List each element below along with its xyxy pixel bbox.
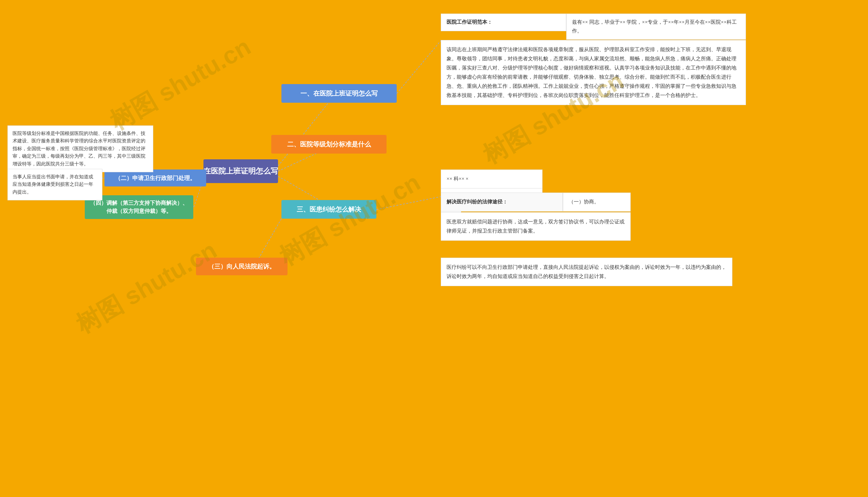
sub-node-3: （三）向人民法院起诉。 (196, 258, 287, 275)
watermark-4: 树图 shutu.cn (70, 234, 223, 341)
branch-node-1: 一、在医院上班证明怎么写 (281, 84, 397, 103)
dispute-sub1-box: （一）协商。 (563, 193, 631, 212)
branch-node-2: 二、医院等级划分标准是什么 (271, 135, 386, 154)
central-node: 在医院上班证明怎么写 (203, 159, 278, 183)
svg-line-11 (376, 197, 441, 210)
main-text-box: 该同志在上班期间严格遵守法律法规和医院各项规章制度，服从医院、护理部及科室工作安… (441, 40, 746, 105)
cert-header-box: 医院工作证明范本： (441, 14, 566, 31)
svg-line-0 (278, 94, 336, 166)
svg-line-10 (397, 41, 441, 94)
petition-content: 当事人应当提出书面申请，并在知道或应当知道身体健康受到损害之日起一年内提出。 (8, 169, 102, 200)
dept-label-box: ×× 科×× × (441, 170, 542, 188)
cert-text-box: 兹有×× 同志，毕业于×× 学院，××专业，于××年××月至今在××医院××科工… (566, 14, 746, 40)
dispute-header-box: 解决医疗纠纷的法律途径： (441, 193, 563, 212)
dispute-text2-box: 医疗纠纷可以不向卫生行政部门申请处理，直接向人民法院提起诉讼，以侵权为案由的，诉… (441, 258, 732, 286)
hospital-grade-content: 医院等级划分标准是中国根据医院的功能、任务、设施条件、技术建设、医疗服务质量和科… (8, 125, 153, 172)
watermark-1: 树图 shutu.cn (104, 30, 257, 137)
dispute-text1-box: 医患双方就赔偿问题进行协商，达成一意见，双方签订协议书，可以办理公证或律师见证，… (441, 212, 631, 241)
central-node-label: 在医院上班证明怎么写 (203, 166, 278, 176)
branch-node-3: 三、医患纠纷怎么解决 (281, 200, 376, 219)
watermark-2: 树图 shutu.cn (274, 166, 426, 273)
